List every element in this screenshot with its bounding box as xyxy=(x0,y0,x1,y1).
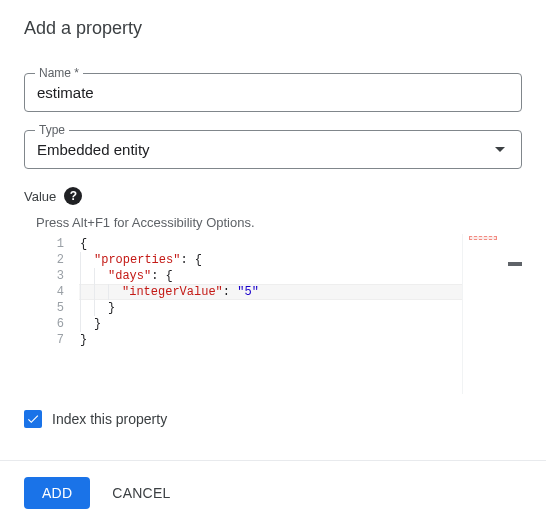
code-gutter: 1 2 3 4 5 6 7 xyxy=(24,234,80,350)
index-checkbox-label: Index this property xyxy=(52,411,167,427)
cancel-button[interactable]: CANCEL xyxy=(98,477,184,509)
value-label-row: Value ? xyxy=(24,187,522,205)
type-selected-value: Embedded entity xyxy=(37,141,150,158)
value-section: Value ? Press Alt+F1 for Accessibility O… xyxy=(24,187,522,394)
value-label: Value xyxy=(24,189,56,204)
a11y-hint: Press Alt+F1 for Accessibility Options. xyxy=(24,211,522,234)
help-icon[interactable]: ? xyxy=(64,187,82,205)
check-icon xyxy=(26,412,40,426)
code-editor[interactable]: 1 2 3 4 5 6 7 { "properties": { "days": … xyxy=(24,234,522,394)
type-select[interactable]: Embedded entity xyxy=(25,131,521,168)
index-checkbox-row[interactable]: Index this property xyxy=(24,406,522,432)
add-button[interactable]: ADD xyxy=(24,477,90,509)
type-field-label: Type xyxy=(35,123,69,137)
dialog-content: Name * Type Embedded entity Value ? Pres… xyxy=(0,47,546,432)
line-number: 1 xyxy=(24,236,64,252)
scrollbar-thumb[interactable] xyxy=(508,262,522,266)
chevron-down-icon xyxy=(495,147,505,152)
name-field-label: Name * xyxy=(35,66,83,80)
editor-scrollbar[interactable] xyxy=(508,234,522,394)
line-number: 7 xyxy=(24,332,64,348)
line-number: 2 xyxy=(24,252,64,268)
dialog-actions: ADD CANCEL xyxy=(0,461,546,515)
name-field-wrap: Name * xyxy=(24,73,522,112)
line-number: 3 xyxy=(24,268,64,284)
index-checkbox[interactable] xyxy=(24,410,42,428)
type-select-wrap[interactable]: Type Embedded entity xyxy=(24,130,522,169)
line-number: 4 xyxy=(24,284,64,300)
line-number: 5 xyxy=(24,300,64,316)
dialog-title: Add a property xyxy=(0,0,546,47)
minimap-marker xyxy=(469,236,497,240)
code-content[interactable]: { "properties": { "days": { "integerValu… xyxy=(80,234,522,350)
name-input[interactable] xyxy=(25,74,521,111)
line-number: 6 xyxy=(24,316,64,332)
